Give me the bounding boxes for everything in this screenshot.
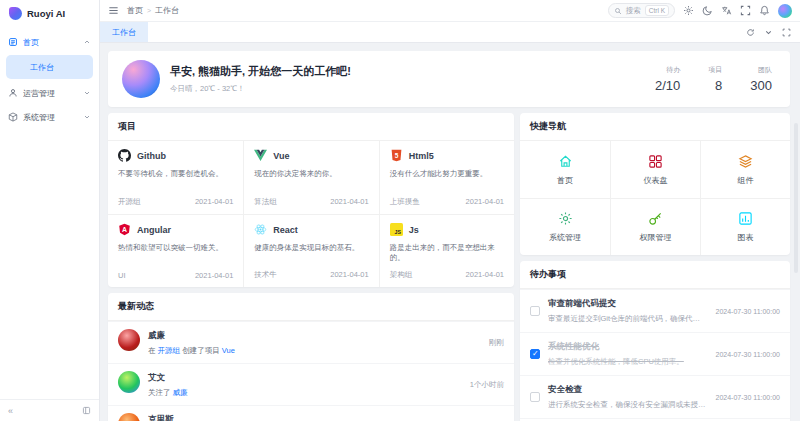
chevron-down-icon[interactable] [764,28,773,37]
project-date: 2021-04-01 [466,197,504,207]
tab-workbench[interactable]: 工作台 [100,22,148,42]
project-date: 2021-04-01 [195,197,233,207]
activity-user: 克里斯 [148,414,477,421]
activity-link[interactable]: 开源组 [158,346,181,355]
svg-text:A: A [122,226,127,233]
refresh-icon[interactable] [746,28,755,37]
activity-text: 创建了项目 [182,346,220,355]
activity-text: 关注了 [148,388,171,397]
scrollbar[interactable] [793,43,799,421]
sidebar: Ruoyi AI 首页 工作台 运营管理 系统管理 « [0,0,100,421]
project-card-js[interactable]: JS Js 路是走出来的，而不是空想出来的。 架构组 2021-04-01 [379,214,514,287]
sidebar-item-system[interactable]: 系统管理 [0,105,99,129]
quicknav-card-title: 快捷导航 [520,113,790,141]
tabbar-actions [737,22,800,42]
todo-title: 安全检查 [548,384,708,396]
project-name: React [273,225,298,235]
activity-item: 克里斯 发布了 个人动态 1天前 [108,405,514,421]
sidebar-item-workbench[interactable]: 工作台 [6,55,93,79]
angular-icon: A [118,223,131,236]
moon-icon[interactable] [702,5,713,16]
sidebar-item-operations[interactable]: 运营管理 [0,81,99,105]
activity-link[interactable]: 威廉 [173,388,188,397]
project-card-html5[interactable]: 5 Html5 没有什么才能比努力更重要。 上班摸鱼 2021-04-01 [379,141,514,214]
maximize-icon[interactable] [782,28,791,37]
chart-icon [738,211,753,226]
tab-bar: 工作台 [100,22,800,43]
project-desc: 热情和欲望可以突破一切难关。 [118,243,233,271]
right-column: 快捷导航 首页 仪表盘 [520,113,790,421]
project-name: Angular [137,225,171,235]
project-date: 2021-04-01 [330,197,368,207]
project-desc: 健康的身体是实现目标的基石。 [254,243,368,270]
stat-label: 项目 [708,65,722,75]
left-column: 项目 Github 不要等待机会，而要创造机会。 开源组 20 [108,113,514,421]
breadcrumb-separator: > [147,7,151,14]
logo-icon [9,7,22,20]
quicknav-system[interactable]: 系统管理 [520,198,610,255]
scrollbar-thumb[interactable] [794,123,798,273]
project-desc: 路是走出来的，而不是空想出来的。 [390,243,504,270]
activity-time: 刚刚 [489,338,504,348]
sidebar-item-label: 系统管理 [23,112,78,123]
project-card-angular[interactable]: A Angular 热情和欲望可以突破一切难关。 UI 2021-04-01 [108,214,243,287]
todo-card-title: 待办事项 [520,261,790,289]
hamburger-menu-icon[interactable] [108,5,119,16]
quicknav-home[interactable]: 首页 [520,141,610,198]
breadcrumb-home[interactable]: 首页 [127,5,143,16]
top-navbar: 首页 > 工作台 搜索 Ctrl K [100,0,800,22]
todo-title: 审查前端代码提交 [548,298,708,310]
activity-user: 威廉 [148,330,481,342]
chevron-down-icon [83,89,91,97]
avatar [118,329,140,351]
activity-link[interactable]: Vue [222,346,235,355]
todo-checkbox[interactable] [530,392,540,402]
project-card-vue[interactable]: Vue 现在的你决定将来的你。 算法组 2021-04-01 [243,141,378,214]
todo-item: 系统性能优化 检查并优化系统性能，降低CPU使用率。 2024-07-30 11… [520,332,790,375]
github-icon [118,149,131,162]
html5-icon: 5 [390,149,403,162]
collapse-sidebar-icon[interactable]: « [8,406,13,416]
welcome-text: 早安, 熊猫助手, 开始您一天的工作吧! 今日晴，20℃ - 32℃！ [170,64,645,94]
quicknav-label: 首页 [557,175,573,186]
project-card-github[interactable]: Github 不要等待机会，而要创造机会。 开源组 2021-04-01 [108,141,243,214]
home-icon [558,154,573,169]
fullscreen-icon[interactable] [740,5,751,16]
search-input[interactable]: 搜索 Ctrl K [608,3,675,18]
chevron-down-icon [83,113,91,121]
activity-card-title: 最新动态 [108,293,514,321]
todo-checkbox-checked[interactable] [530,349,540,359]
quicknav-charts[interactable]: 图表 [700,198,790,255]
stat-value: 300 [750,78,772,93]
welcome-subtitle: 今日晴，20℃ - 32℃！ [170,84,645,94]
settings-icon[interactable] [683,5,694,16]
project-card-react[interactable]: React 健康的身体是实现目标的基石。 技术牛 2021-04-01 [243,214,378,287]
user-avatar[interactable] [778,4,792,18]
quicknav-components[interactable]: 组件 [700,141,790,198]
avatar [118,371,140,393]
todo-desc: 审查最近提交到Git仓库的前端代码，确保代码质量和规范。 [548,314,708,324]
quicknav-dashboard[interactable]: 仪表盘 [610,141,700,198]
projects-card-title: 项目 [108,113,514,141]
sidebar-item-home[interactable]: 首页 [0,30,99,54]
search-icon [614,7,622,15]
activity-item: 艾文 关注了 威廉 1个小时前 [108,363,514,405]
quicknav-permissions[interactable]: 权限管理 [610,198,700,255]
panda-avatar [122,60,160,98]
welcome-title: 早安, 熊猫助手, 开始您一天的工作吧! [170,64,645,79]
logo[interactable]: Ruoyi AI [0,0,99,26]
tabbar-spacer [148,22,737,42]
activity-card: 最新动态 威廉 在 开源组 创建了项目 Vue [108,293,514,421]
sidebar-footer: « [0,399,99,421]
project-group: 开源组 [118,197,141,207]
stat-value: 8 [708,78,722,93]
pin-panel-icon[interactable] [82,406,91,415]
stat-todo: 待办 2/10 [655,65,680,93]
project-group: 算法组 [254,197,277,207]
quicknav-card: 快捷导航 首页 仪表盘 [520,113,790,255]
svg-text:JS: JS [394,229,401,235]
todo-checkbox[interactable] [530,306,540,316]
welcome-stats: 待办 2/10 项目 8 团队 300 [655,65,776,93]
bell-icon[interactable] [759,5,770,16]
translate-icon[interactable] [721,5,732,16]
